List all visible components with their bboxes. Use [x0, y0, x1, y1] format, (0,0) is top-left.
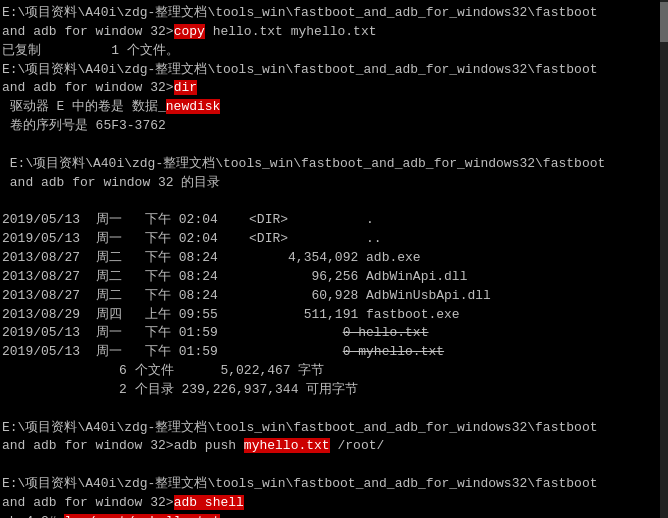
- line-9: E:\项目资料\A40i\zdg-整理文档\tools_win\fastboot…: [2, 155, 664, 174]
- line-20: 6 个文件 5,022,467 字节: [2, 362, 664, 381]
- line-10: and adb for window 32 的目录: [2, 174, 664, 193]
- line-7: 卷的序列号是 65F3-3762: [2, 117, 664, 136]
- terminal-window[interactable]: E:\项目资料\A40i\zdg-整理文档\tools_win\fastboot…: [0, 0, 668, 518]
- line-27: and adb for window 32>adb shell: [2, 494, 664, 513]
- line-2: and adb for window 32>copy hello.txt myh…: [2, 23, 664, 42]
- line-16: 2013/08/27 周二 下午 08:24 60,928 AdbWinUsbA…: [2, 287, 664, 306]
- line-11: [2, 192, 664, 211]
- line-28: sh-4.2# ls /root/myhello.txt: [2, 513, 664, 518]
- line-17: 2013/08/29 周四 上午 09:55 511,191 fastboot.…: [2, 306, 664, 325]
- line-19: 2019/05/13 周一 下午 01:59 0 myhello.txt: [2, 343, 664, 362]
- line-26: E:\项目资料\A40i\zdg-整理文档\tools_win\fastboot…: [2, 475, 664, 494]
- line-24: and adb for window 32>adb push myhello.t…: [2, 437, 664, 456]
- line-6: 驱动器 E 中的卷是 数据_newdisk: [2, 98, 664, 117]
- line-15: 2013/08/27 周二 下午 08:24 96,256 AdbWinApi.…: [2, 268, 664, 287]
- line-25: [2, 456, 664, 475]
- line-14: 2013/08/27 周二 下午 08:24 4,354,092 adb.exe: [2, 249, 664, 268]
- line-21: 2 个目录 239,226,937,344 可用字节: [2, 381, 664, 400]
- line-5: and adb for window 32>dir: [2, 79, 664, 98]
- line-22: [2, 400, 664, 419]
- line-3: 已复制 1 个文件。: [2, 42, 664, 61]
- scrollbar-thumb[interactable]: [660, 2, 668, 42]
- line-23: E:\项目资料\A40i\zdg-整理文档\tools_win\fastboot…: [2, 419, 664, 438]
- line-13: 2019/05/13 周一 下午 02:04 <DIR> ..: [2, 230, 664, 249]
- line-18: 2019/05/13 周一 下午 01:59 0 hello.txt: [2, 324, 664, 343]
- line-1: E:\项目资料\A40i\zdg-整理文档\tools_win\fastboot…: [2, 4, 664, 23]
- scrollbar[interactable]: [660, 0, 668, 518]
- line-4: E:\项目资料\A40i\zdg-整理文档\tools_win\fastboot…: [2, 61, 664, 80]
- line-12: 2019/05/13 周一 下午 02:04 <DIR> .: [2, 211, 664, 230]
- line-8: [2, 136, 664, 155]
